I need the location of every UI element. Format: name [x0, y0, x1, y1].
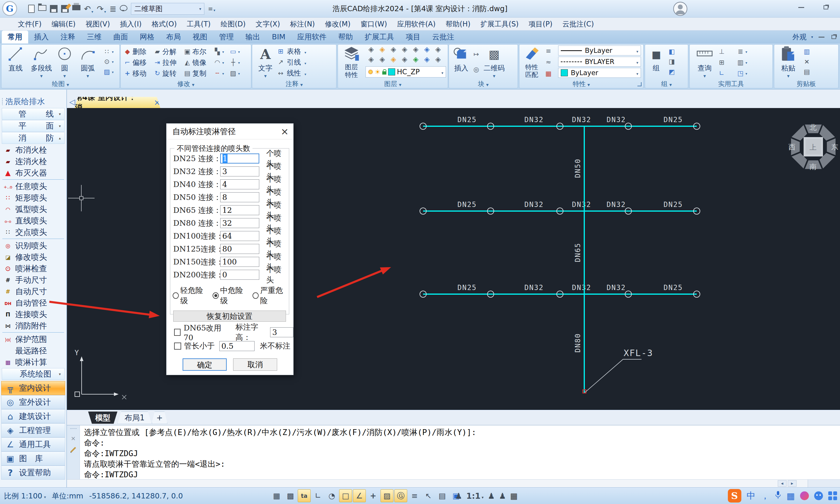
modify-tool[interactable]: 布尔 [183, 47, 213, 56]
copy-base-tool[interactable] [803, 68, 811, 75]
sidebar-tool[interactable]: 自动尺寸 [0, 286, 66, 297]
layer-state-icon[interactable] [388, 45, 399, 55]
annotate-panel-label[interactable]: 注释 [252, 80, 336, 88]
modify-tool[interactable]: 移动 [124, 69, 154, 78]
sidebar-tool[interactable]: 消防附件 [0, 320, 66, 331]
sidebar-tool[interactable]: 连接喷头 [0, 308, 66, 320]
scale-control[interactable]: 比例 1:100 [4, 491, 46, 501]
measure-tool[interactable]: 查询 [692, 44, 718, 80]
sprinkler-count-input[interactable]: 32 [220, 218, 259, 228]
corner-tool[interactable] [718, 70, 737, 77]
center-mark-tool[interactable] [103, 58, 114, 65]
document-close-icon[interactable]: × [154, 98, 160, 107]
copy-nested-tool[interactable] [737, 59, 755, 66]
ime-mode-icon[interactable]: 中 [747, 490, 755, 502]
draw-panel-label[interactable]: 绘图 [1, 80, 120, 88]
risk-level-radio[interactable]: 严重危险 [252, 285, 289, 306]
comment-icon[interactable] [120, 6, 127, 12]
status-toggle[interactable] [284, 489, 297, 502]
appearance-menu[interactable]: 外观 [792, 32, 806, 42]
menu-item[interactable]: 插入(I) [115, 18, 147, 31]
sidebar-nav-item[interactable]: 室内设计 [1, 381, 65, 395]
ribbon-tab[interactable]: 管理 [213, 31, 239, 43]
menu-item[interactable]: 格式(O) [146, 18, 182, 31]
min-length-input[interactable]: 0.5 [219, 341, 254, 351]
annotate-tool[interactable]: 引线 [277, 57, 306, 67]
ribbon-tab[interactable]: 曲面 [107, 31, 134, 43]
restore-button[interactable] [820, 2, 832, 12]
sidebar-nav-item[interactable]: 设置帮助 [1, 466, 65, 480]
menu-item[interactable]: 云批注(C) [557, 18, 599, 31]
utilities-panel-label[interactable]: 实用工具 [690, 80, 772, 88]
workspace-select[interactable]: 二维草图▾ [131, 3, 204, 15]
block-panel-label[interactable]: 块 [449, 80, 518, 88]
modify-tool[interactable]: 镜像 [183, 58, 213, 67]
command-scrollbar[interactable]: ◀ ▶ [67, 479, 840, 487]
add-layout-tab[interactable]: + [152, 412, 168, 424]
sidebar-tool[interactable]: 布消火栓 [0, 144, 66, 156]
divide-tool[interactable] [229, 59, 245, 66]
auto-annotation-icon[interactable]: ♟ [488, 491, 495, 501]
ok-button[interactable]: 确定 [183, 358, 227, 371]
layer-state-icon[interactable] [421, 55, 432, 65]
modify-panel-label[interactable]: 修改 [121, 80, 251, 88]
lineweight-icon[interactable] [544, 47, 552, 55]
publish-icon[interactable]: ≣ [109, 4, 116, 14]
modify-tool[interactable]: 删除 [124, 47, 154, 56]
ribbon-tab[interactable]: 帮助 [332, 31, 359, 43]
sidebar-tool[interactable]: 布灭火器 [0, 167, 66, 178]
status-toggle[interactable] [422, 489, 435, 502]
status-toggle[interactable] [367, 489, 380, 502]
workspace-switch-icon[interactable]: ▦ [510, 491, 518, 501]
ribbon-tab[interactable]: 布局 [160, 31, 187, 43]
status-toggle[interactable] [339, 489, 352, 502]
user-avatar[interactable] [673, 1, 687, 16]
ribbon-tab[interactable]: 扩展工具 [359, 31, 400, 43]
layer-state-icon[interactable] [410, 55, 421, 65]
sprinkler-count-input[interactable]: 100 [220, 257, 259, 267]
annotate-tool[interactable]: 表格 [277, 47, 306, 56]
sprinkler-count-input[interactable]: 1 [220, 154, 259, 163]
id-point-tool[interactable] [718, 48, 737, 55]
sprinkler-count-input[interactable]: 4 [220, 179, 259, 189]
sprinkler-count-input[interactable]: 8 [220, 192, 259, 202]
ribbon-tab[interactable]: 网格 [134, 31, 160, 43]
text-tool[interactable]: A文字 [254, 44, 277, 80]
layer-state-icon[interactable] [399, 45, 410, 55]
clipboard-panel-label[interactable]: 剪贴板 [774, 80, 838, 88]
open-file-icon[interactable] [38, 6, 47, 12]
line-tool[interactable]: 直线 [3, 44, 29, 80]
app-logo-icon[interactable]: G [2, 1, 17, 16]
menu-item[interactable]: 绘图(D) [215, 18, 250, 31]
cancel-button[interactable]: 取消 [233, 358, 277, 371]
ribbon-tab[interactable]: 应用软件 [291, 31, 332, 43]
layer-state-icon[interactable] [432, 55, 444, 65]
array-tool[interactable] [103, 48, 114, 55]
command-cancel-icon[interactable]: ✕ [71, 434, 75, 442]
save-as-icon[interactable] [61, 5, 69, 13]
toolbar-options-icon[interactable]: ≡▾ [208, 5, 215, 12]
skin-icon[interactable] [800, 491, 809, 500]
menu-item[interactable]: 项目(P) [523, 18, 557, 31]
sidebar-nav-item[interactable]: 图 库 [1, 451, 65, 466]
scroll-left-button[interactable]: ◀ [778, 480, 787, 487]
match-properties-tool[interactable]: 特性匹配 [519, 44, 544, 79]
microphone-icon[interactable] [775, 490, 781, 501]
group-edit-tool[interactable] [668, 58, 676, 65]
ribbon-tab[interactable]: 注释 [55, 31, 81, 43]
group-tool[interactable]: 组 [647, 44, 666, 80]
panel-expand-icon[interactable] [638, 82, 642, 86]
linetype-icon[interactable] [544, 58, 552, 66]
layer-state-icon[interactable] [388, 55, 399, 65]
ribbon-tab[interactable]: 插入 [28, 31, 55, 43]
layer-select[interactable]: HC_ZP [365, 66, 446, 77]
sprinkler-count-input[interactable]: 80 [220, 244, 259, 254]
sidebar-tool[interactable]: 矩形喷头 [0, 192, 66, 203]
ribbon-tab[interactable]: BIM [266, 31, 291, 43]
align-tool[interactable] [229, 48, 245, 55]
emoji-icon[interactable] [814, 491, 823, 500]
sidebar-tool[interactable]: 识别喷头 [0, 240, 66, 251]
layer-state-icon[interactable] [377, 45, 388, 55]
status-toggle[interactable] [353, 489, 366, 502]
layer-panel-label[interactable]: 图层 [338, 80, 448, 88]
